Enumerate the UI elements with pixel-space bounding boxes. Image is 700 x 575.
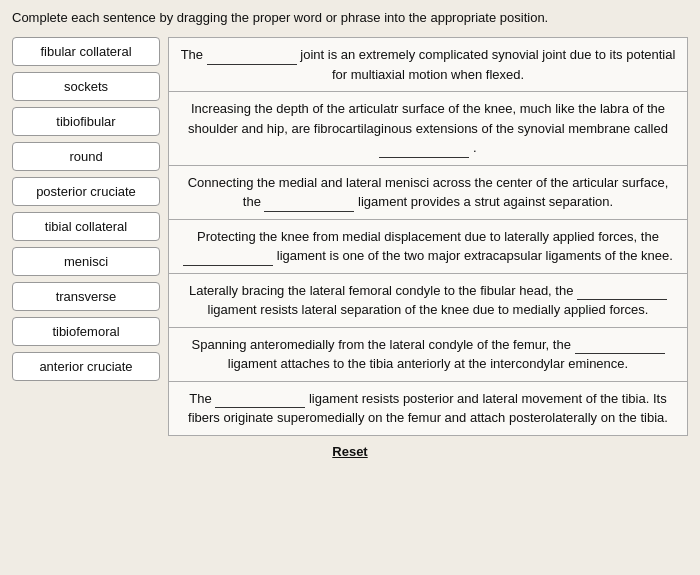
drop-blank[interactable] (575, 340, 665, 354)
drag-word[interactable]: tibiofibular (12, 107, 160, 136)
drag-word[interactable]: round (12, 142, 160, 171)
drop-blank[interactable] (264, 198, 354, 212)
instructions: Complete each sentence by dragging the p… (12, 10, 688, 25)
main-layout: fibular collateralsocketstibiofibularrou… (12, 37, 688, 436)
sentence-row: Laterally bracing the lateral femoral co… (168, 273, 688, 327)
drop-blank[interactable] (215, 394, 305, 408)
drag-word[interactable]: anterior cruciate (12, 352, 160, 381)
drag-word[interactable]: posterior cruciate (12, 177, 160, 206)
drag-word[interactable]: transverse (12, 282, 160, 311)
drag-words-panel: fibular collateralsocketstibiofibularrou… (12, 37, 160, 381)
reset-row: Reset (12, 444, 688, 459)
sentences-column: The joint is an extremely complicated sy… (168, 37, 688, 436)
reset-button[interactable]: Reset (332, 444, 367, 459)
drag-word[interactable]: fibular collateral (12, 37, 160, 66)
sentence-row: The ligament resists posterior and later… (168, 381, 688, 436)
sentence-row: Spanning anteromedially from the lateral… (168, 327, 688, 381)
drag-word[interactable]: sockets (12, 72, 160, 101)
sentence-row: Connecting the medial and lateral menisc… (168, 165, 688, 219)
drop-blank[interactable] (207, 51, 297, 65)
drag-word[interactable]: tibial collateral (12, 212, 160, 241)
drop-blank[interactable] (183, 252, 273, 266)
drop-blank[interactable] (577, 286, 667, 300)
sentence-row: The joint is an extremely complicated sy… (168, 37, 688, 91)
sentence-row: Increasing the depth of the articulatr s… (168, 91, 688, 165)
drag-word[interactable]: menisci (12, 247, 160, 276)
sentence-row: Protecting the knee from medial displace… (168, 219, 688, 273)
drop-blank[interactable] (379, 144, 469, 158)
drag-word[interactable]: tibiofemoral (12, 317, 160, 346)
